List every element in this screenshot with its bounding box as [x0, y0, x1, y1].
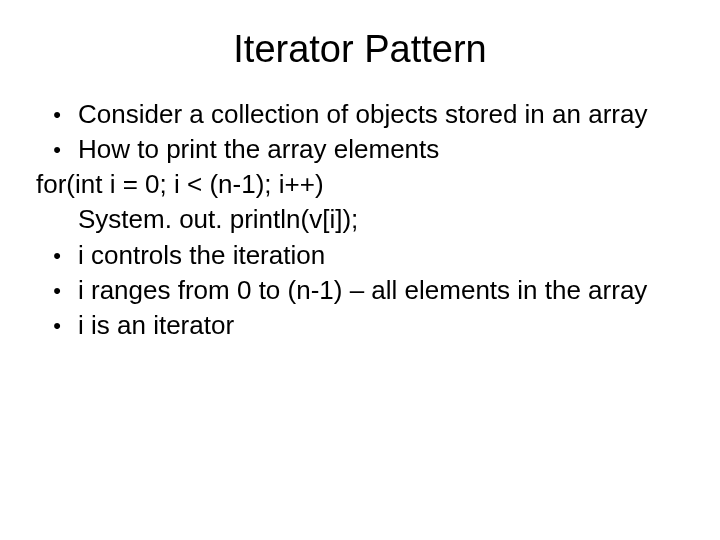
- bullet-item: • i is an iterator: [36, 308, 684, 343]
- slide-title: Iterator Pattern: [36, 28, 684, 71]
- bullet-text: i is an iterator: [78, 308, 684, 343]
- bullet-marker-icon: •: [36, 97, 78, 132]
- bullet-item: • i controls the iteration: [36, 238, 684, 273]
- bullet-item: • i ranges from 0 to (n-1) – all element…: [36, 273, 684, 308]
- bullet-marker-icon: •: [36, 308, 78, 343]
- bullet-text: Consider a collection of objects stored …: [78, 97, 684, 132]
- code-line: System. out. println(v[i]);: [36, 202, 684, 237]
- bullet-marker-icon: •: [36, 238, 78, 273]
- bullet-item: • How to print the array elements: [36, 132, 684, 167]
- bullet-text: i ranges from 0 to (n-1) – all elements …: [78, 273, 684, 308]
- bullet-marker-icon: •: [36, 132, 78, 167]
- bullet-text: i controls the iteration: [78, 238, 684, 273]
- bullet-marker-icon: •: [36, 273, 78, 308]
- code-line: for(int i = 0; i < (n-1); i++): [36, 167, 684, 202]
- bullet-text: How to print the array elements: [78, 132, 684, 167]
- bullet-item: • Consider a collection of objects store…: [36, 97, 684, 132]
- slide-body: • Consider a collection of objects store…: [36, 97, 684, 343]
